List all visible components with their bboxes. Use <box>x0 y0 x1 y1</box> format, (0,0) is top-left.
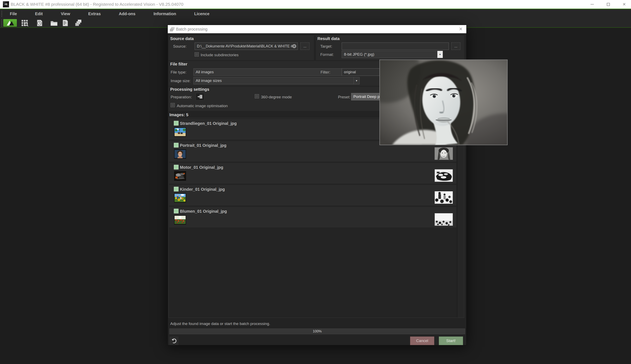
include-subdirectories-label: Include subdirectories <box>200 53 238 57</box>
minimize-icon <box>590 4 594 4</box>
item-thumbnail-original <box>174 171 186 181</box>
close-icon: ✕ <box>622 2 626 7</box>
undo-icon <box>171 338 176 344</box>
file-list-button[interactable] <box>61 19 70 27</box>
recent-files-icon <box>36 20 43 26</box>
preparation-import-icon <box>197 94 203 99</box>
item-thumbnail-original <box>174 127 186 137</box>
item-name: Kinder_01 Original_jpg <box>180 187 225 192</box>
titlebar: #8 BLACK & WHITE #8 professional (64 bit… <box>0 0 631 8</box>
batch-dialog-icon <box>170 27 175 32</box>
progress-bar: 100% <box>170 328 465 334</box>
menu-edit[interactable]: Edit <box>35 12 43 16</box>
filter-label: Filter: <box>320 70 330 74</box>
app-window: #8 BLACK & WHITE #8 professional (64 bit… <box>0 0 631 364</box>
image-size-label: Image size: <box>171 79 190 83</box>
image-size-dropdown[interactable]: All image sizes ▼ <box>194 77 360 84</box>
list-item-kinder[interactable]: Kinder_01 Original_jpg <box>169 185 456 206</box>
menu-view[interactable]: View <box>61 12 70 16</box>
menu-bar: File Edit View Extras Add-ons Informatio… <box>0 9 631 18</box>
list-item-motor[interactable]: Motor_01 Original_jpg <box>169 163 456 184</box>
open-folder-icon <box>50 20 58 26</box>
file-filter-heading: File filter <box>170 62 187 66</box>
format-dropdown[interactable]: 8-bit JPEG (*.jpg) ▼ <box>342 51 443 58</box>
maximize-button[interactable] <box>605 1 611 8</box>
av-logo-icon <box>5 20 15 26</box>
target-input[interactable] <box>342 42 449 50</box>
source-value: D:\__Dokumente AV\Produkte\Material\BLAC… <box>197 44 295 48</box>
item-checkbox[interactable] <box>174 121 179 126</box>
batch-processing-icon <box>75 20 82 26</box>
menu-file[interactable]: File <box>10 12 17 16</box>
item-thumbnail-result <box>434 169 453 182</box>
item-name: Blumen_01 Original_jpg <box>180 209 227 214</box>
list-item-blumen[interactable]: Blumen_01 Original_jpg <box>169 207 456 228</box>
target-label: Target: <box>320 44 332 49</box>
auto-optimisation-checkbox[interactable] <box>171 103 175 107</box>
status-text: Adjust the found image data or start the… <box>170 322 270 326</box>
item-checkbox[interactable] <box>174 186 179 192</box>
dialog-title: Batch processing <box>176 25 208 33</box>
item-thumbnail-original <box>174 149 186 159</box>
window-title: BLACK & WHITE #8 professional (64 bit) -… <box>11 0 183 8</box>
target-browse-button[interactable]: ... <box>451 42 460 50</box>
undo-button[interactable] <box>170 336 178 345</box>
menu-addons[interactable]: Add-ons <box>119 12 136 16</box>
image-size-dropdown-caret-icon[interactable]: ▼ <box>354 77 359 84</box>
format-dropdown-caret-icon[interactable]: ▼ <box>437 51 443 58</box>
item-name: Strandliegen_01 Original_jpg <box>180 121 237 126</box>
menu-extras[interactable]: Extras <box>88 12 100 16</box>
minimize-button[interactable] <box>589 1 595 8</box>
item-checkbox[interactable] <box>174 143 179 148</box>
mode-360-label: 360-degree mode <box>261 95 292 99</box>
preset-label: Preset: <box>338 95 350 99</box>
progress-value: 100% <box>313 329 322 334</box>
item-thumbnail-original <box>174 215 186 224</box>
menu-licence[interactable]: Licence <box>194 12 210 16</box>
open-folder-button[interactable] <box>50 19 58 27</box>
item-checkbox[interactable] <box>174 208 179 214</box>
source-data-panel: Source data Source: D:\__Dokumente AV\Pr… <box>168 36 314 60</box>
thumbnail-browser-button[interactable] <box>20 19 29 27</box>
item-thumbnail-original <box>174 193 186 203</box>
menu-information[interactable]: Information <box>154 12 176 16</box>
close-button[interactable]: ✕ <box>621 1 627 8</box>
cancel-button[interactable]: Cancel <box>410 336 434 345</box>
item-name: Portrait_01 Original_jpg <box>180 143 226 148</box>
recent-files-button[interactable] <box>35 19 44 27</box>
thumbnail-browser-icon <box>21 20 28 26</box>
include-subdirectories-checkbox[interactable] <box>195 52 199 56</box>
format-value: 8-bit JPEG (*.jpg) <box>344 52 374 56</box>
source-label: Source: <box>173 44 186 49</box>
filter-value: original <box>344 70 356 74</box>
images-list-scrollbar[interactable] <box>457 118 464 318</box>
dialog-header[interactable]: Batch processing ✕ <box>168 25 466 33</box>
av-logo-button[interactable] <box>3 19 17 27</box>
images-list: Strandliegen_01 Original_jpg Portrait_01… <box>168 118 464 318</box>
item-thumbnail-result <box>434 147 453 160</box>
clear-source-icon[interactable]: ✕ <box>292 44 296 48</box>
format-label: Format: <box>320 52 334 57</box>
portrait-preview-art <box>380 60 507 145</box>
dialog-close-button[interactable]: ✕ <box>457 25 464 33</box>
item-checkbox[interactable] <box>174 165 179 170</box>
batch-processing-button[interactable] <box>74 19 83 27</box>
file-type-dropdown[interactable]: All images ▼ <box>194 68 360 76</box>
source-browse-button[interactable]: ... <box>300 42 310 50</box>
preparation-label: Preparation: <box>171 95 192 99</box>
source-input[interactable]: D:\__Dokumente AV\Produkte\Material\BLAC… <box>195 42 298 50</box>
file-list-icon <box>63 20 68 26</box>
auto-optimisation-label: Automatic image optimisation <box>177 104 228 108</box>
images-count-heading: Images: 5 <box>170 112 188 117</box>
preparation-button[interactable] <box>196 93 204 100</box>
item-name: Motor_01 Original_jpg <box>180 165 223 170</box>
image-size-value: All image sizes <box>196 78 222 83</box>
preview-image <box>380 60 508 145</box>
start-button[interactable]: Start! <box>439 336 463 345</box>
maximize-icon <box>607 3 610 6</box>
item-thumbnail-result <box>434 191 453 204</box>
processing-settings-heading: Processing settings <box>170 87 209 92</box>
result-data-heading: Result data <box>318 36 340 41</box>
item-thumbnail-result <box>434 213 453 226</box>
mode-360-checkbox[interactable] <box>255 94 259 98</box>
